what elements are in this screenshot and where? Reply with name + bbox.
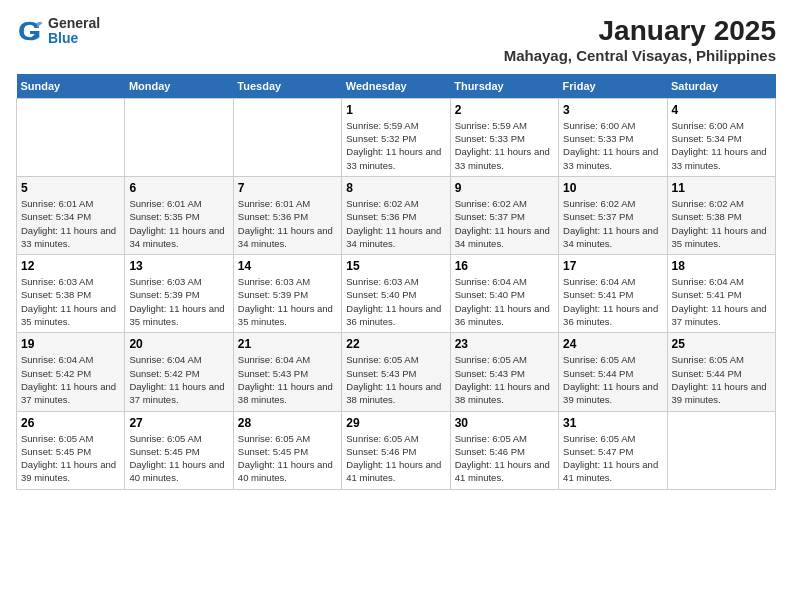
week-row-3: 12Sunrise: 6:03 AMSunset: 5:38 PMDayligh… xyxy=(17,255,776,333)
day-number: 20 xyxy=(129,337,228,351)
calendar-cell: 31Sunrise: 6:05 AMSunset: 5:47 PMDayligh… xyxy=(559,411,667,489)
day-number: 14 xyxy=(238,259,337,273)
day-number: 9 xyxy=(455,181,554,195)
day-info: Sunrise: 6:02 AMSunset: 5:37 PMDaylight:… xyxy=(455,197,554,250)
calendar-cell: 14Sunrise: 6:03 AMSunset: 5:39 PMDayligh… xyxy=(233,255,341,333)
day-info: Sunrise: 6:01 AMSunset: 5:35 PMDaylight:… xyxy=(129,197,228,250)
day-info: Sunrise: 6:05 AMSunset: 5:43 PMDaylight:… xyxy=(346,353,445,406)
day-info: Sunrise: 6:05 AMSunset: 5:45 PMDaylight:… xyxy=(238,432,337,485)
calendar-table: SundayMondayTuesdayWednesdayThursdayFrid… xyxy=(16,74,776,490)
title-block: January 2025 Mahayag, Central Visayas, P… xyxy=(504,16,776,64)
calendar-cell: 26Sunrise: 6:05 AMSunset: 5:45 PMDayligh… xyxy=(17,411,125,489)
day-number: 23 xyxy=(455,337,554,351)
logo-icon xyxy=(16,17,44,45)
calendar-cell xyxy=(17,98,125,176)
day-info: Sunrise: 6:04 AMSunset: 5:42 PMDaylight:… xyxy=(21,353,120,406)
day-info: Sunrise: 6:02 AMSunset: 5:37 PMDaylight:… xyxy=(563,197,662,250)
week-row-2: 5Sunrise: 6:01 AMSunset: 5:34 PMDaylight… xyxy=(17,176,776,254)
day-info: Sunrise: 6:04 AMSunset: 5:40 PMDaylight:… xyxy=(455,275,554,328)
calendar-cell: 3Sunrise: 6:00 AMSunset: 5:33 PMDaylight… xyxy=(559,98,667,176)
day-number: 27 xyxy=(129,416,228,430)
day-number: 11 xyxy=(672,181,771,195)
day-info: Sunrise: 6:05 AMSunset: 5:46 PMDaylight:… xyxy=(455,432,554,485)
day-number: 31 xyxy=(563,416,662,430)
day-number: 30 xyxy=(455,416,554,430)
day-header-sunday: Sunday xyxy=(17,74,125,99)
day-number: 18 xyxy=(672,259,771,273)
day-number: 3 xyxy=(563,103,662,117)
day-info: Sunrise: 6:05 AMSunset: 5:47 PMDaylight:… xyxy=(563,432,662,485)
day-info: Sunrise: 5:59 AMSunset: 5:33 PMDaylight:… xyxy=(455,119,554,172)
day-number: 15 xyxy=(346,259,445,273)
calendar-cell: 10Sunrise: 6:02 AMSunset: 5:37 PMDayligh… xyxy=(559,176,667,254)
calendar-cell: 30Sunrise: 6:05 AMSunset: 5:46 PMDayligh… xyxy=(450,411,558,489)
calendar-cell: 18Sunrise: 6:04 AMSunset: 5:41 PMDayligh… xyxy=(667,255,775,333)
day-number: 2 xyxy=(455,103,554,117)
day-info: Sunrise: 6:01 AMSunset: 5:36 PMDaylight:… xyxy=(238,197,337,250)
calendar-cell: 20Sunrise: 6:04 AMSunset: 5:42 PMDayligh… xyxy=(125,333,233,411)
calendar-cell: 21Sunrise: 6:04 AMSunset: 5:43 PMDayligh… xyxy=(233,333,341,411)
day-number: 8 xyxy=(346,181,445,195)
day-number: 16 xyxy=(455,259,554,273)
day-info: Sunrise: 6:04 AMSunset: 5:41 PMDaylight:… xyxy=(563,275,662,328)
day-number: 12 xyxy=(21,259,120,273)
calendar-cell: 6Sunrise: 6:01 AMSunset: 5:35 PMDaylight… xyxy=(125,176,233,254)
day-info: Sunrise: 6:00 AMSunset: 5:33 PMDaylight:… xyxy=(563,119,662,172)
calendar-cell: 7Sunrise: 6:01 AMSunset: 5:36 PMDaylight… xyxy=(233,176,341,254)
day-header-tuesday: Tuesday xyxy=(233,74,341,99)
day-header-saturday: Saturday xyxy=(667,74,775,99)
day-number: 26 xyxy=(21,416,120,430)
day-number: 6 xyxy=(129,181,228,195)
calendar-cell: 11Sunrise: 6:02 AMSunset: 5:38 PMDayligh… xyxy=(667,176,775,254)
day-info: Sunrise: 6:05 AMSunset: 5:45 PMDaylight:… xyxy=(21,432,120,485)
day-number: 4 xyxy=(672,103,771,117)
calendar-cell: 9Sunrise: 6:02 AMSunset: 5:37 PMDaylight… xyxy=(450,176,558,254)
calendar-cell: 5Sunrise: 6:01 AMSunset: 5:34 PMDaylight… xyxy=(17,176,125,254)
page-header: General Blue January 2025 Mahayag, Centr… xyxy=(16,16,776,64)
day-number: 25 xyxy=(672,337,771,351)
calendar-cell: 1Sunrise: 5:59 AMSunset: 5:32 PMDaylight… xyxy=(342,98,450,176)
day-info: Sunrise: 6:05 AMSunset: 5:43 PMDaylight:… xyxy=(455,353,554,406)
calendar-cell xyxy=(233,98,341,176)
day-info: Sunrise: 6:02 AMSunset: 5:36 PMDaylight:… xyxy=(346,197,445,250)
calendar-cell xyxy=(667,411,775,489)
day-number: 17 xyxy=(563,259,662,273)
week-row-4: 19Sunrise: 6:04 AMSunset: 5:42 PMDayligh… xyxy=(17,333,776,411)
day-number: 7 xyxy=(238,181,337,195)
calendar-cell: 12Sunrise: 6:03 AMSunset: 5:38 PMDayligh… xyxy=(17,255,125,333)
day-number: 24 xyxy=(563,337,662,351)
day-number: 13 xyxy=(129,259,228,273)
day-info: Sunrise: 6:04 AMSunset: 5:43 PMDaylight:… xyxy=(238,353,337,406)
day-info: Sunrise: 6:03 AMSunset: 5:40 PMDaylight:… xyxy=(346,275,445,328)
day-number: 19 xyxy=(21,337,120,351)
calendar-cell: 25Sunrise: 6:05 AMSunset: 5:44 PMDayligh… xyxy=(667,333,775,411)
day-info: Sunrise: 6:05 AMSunset: 5:44 PMDaylight:… xyxy=(563,353,662,406)
day-info: Sunrise: 6:03 AMSunset: 5:39 PMDaylight:… xyxy=(238,275,337,328)
day-number: 29 xyxy=(346,416,445,430)
week-row-1: 1Sunrise: 5:59 AMSunset: 5:32 PMDaylight… xyxy=(17,98,776,176)
week-row-5: 26Sunrise: 6:05 AMSunset: 5:45 PMDayligh… xyxy=(17,411,776,489)
calendar-cell: 2Sunrise: 5:59 AMSunset: 5:33 PMDaylight… xyxy=(450,98,558,176)
day-info: Sunrise: 6:04 AMSunset: 5:42 PMDaylight:… xyxy=(129,353,228,406)
calendar-cell: 8Sunrise: 6:02 AMSunset: 5:36 PMDaylight… xyxy=(342,176,450,254)
logo-line2: Blue xyxy=(48,31,100,46)
logo: General Blue xyxy=(16,16,100,47)
calendar-cell: 19Sunrise: 6:04 AMSunset: 5:42 PMDayligh… xyxy=(17,333,125,411)
logo-line1: General xyxy=(48,16,100,31)
day-info: Sunrise: 6:01 AMSunset: 5:34 PMDaylight:… xyxy=(21,197,120,250)
day-info: Sunrise: 6:05 AMSunset: 5:45 PMDaylight:… xyxy=(129,432,228,485)
day-info: Sunrise: 6:05 AMSunset: 5:46 PMDaylight:… xyxy=(346,432,445,485)
calendar-header-row: SundayMondayTuesdayWednesdayThursdayFrid… xyxy=(17,74,776,99)
calendar-cell: 17Sunrise: 6:04 AMSunset: 5:41 PMDayligh… xyxy=(559,255,667,333)
calendar-cell: 4Sunrise: 6:00 AMSunset: 5:34 PMDaylight… xyxy=(667,98,775,176)
day-number: 22 xyxy=(346,337,445,351)
day-header-monday: Monday xyxy=(125,74,233,99)
calendar-cell: 29Sunrise: 6:05 AMSunset: 5:46 PMDayligh… xyxy=(342,411,450,489)
calendar-cell: 16Sunrise: 6:04 AMSunset: 5:40 PMDayligh… xyxy=(450,255,558,333)
day-info: Sunrise: 5:59 AMSunset: 5:32 PMDaylight:… xyxy=(346,119,445,172)
calendar-cell: 13Sunrise: 6:03 AMSunset: 5:39 PMDayligh… xyxy=(125,255,233,333)
calendar-cell: 24Sunrise: 6:05 AMSunset: 5:44 PMDayligh… xyxy=(559,333,667,411)
day-info: Sunrise: 6:00 AMSunset: 5:34 PMDaylight:… xyxy=(672,119,771,172)
day-info: Sunrise: 6:05 AMSunset: 5:44 PMDaylight:… xyxy=(672,353,771,406)
day-info: Sunrise: 6:03 AMSunset: 5:39 PMDaylight:… xyxy=(129,275,228,328)
